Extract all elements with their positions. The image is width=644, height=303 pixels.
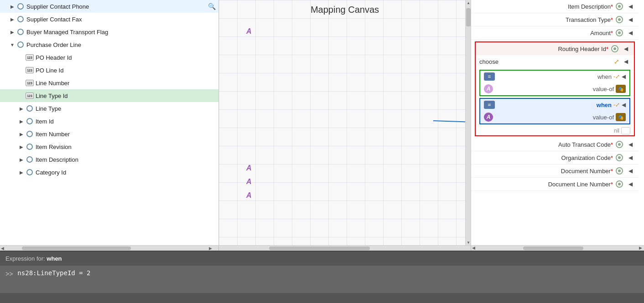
arrow-choose[interactable]: ◀ bbox=[621, 57, 630, 66]
sidebar-item-po-header-id[interactable]: 123 PO Header Id bbox=[0, 51, 218, 64]
right-scroll-right-arrow[interactable]: ▶ bbox=[639, 246, 642, 250]
when-box-blue: = when -⤢ ◀ A value-of 🎭 bbox=[479, 98, 630, 124]
target-icon-auto-transact-code[interactable] bbox=[615, 140, 624, 149]
right-label-transaction-type: Transaction Type* bbox=[566, 16, 613, 23]
canvas-vscroll[interactable]: ▲ ▼ bbox=[465, 0, 471, 245]
target-icon-amount[interactable] bbox=[615, 28, 624, 37]
when-green-row: = when -⤢ ◀ bbox=[480, 71, 629, 82]
sidebar-item-supplier-contact-fax[interactable]: Supplier Contact Fax bbox=[0, 13, 218, 26]
target-icon-item-description[interactable] bbox=[615, 2, 624, 11]
icon-123-line-type-id: 123 bbox=[26, 92, 34, 99]
label-item-revision: Item Revision bbox=[36, 144, 72, 150]
arrow-line-type[interactable] bbox=[18, 105, 25, 112]
arrow-supplier-contact-fax[interactable] bbox=[9, 16, 16, 22]
sidebar-item-po-line-id[interactable]: 123 PO Line Id bbox=[0, 64, 218, 77]
right-panel-hscroll[interactable]: ◀ ▶ bbox=[471, 246, 644, 251]
sidebar-item-item-revision[interactable]: Item Revision bbox=[0, 140, 218, 153]
target-icon-transaction-type[interactable] bbox=[615, 15, 624, 24]
expand-expression-button[interactable]: >> bbox=[5, 270, 13, 277]
right-panel: Item Description* ◀ Transaction Type* ◀ … bbox=[471, 0, 644, 245]
sidebar-item-line-type[interactable]: Line Type bbox=[0, 102, 218, 115]
target-icon-organization-code[interactable] bbox=[615, 153, 624, 162]
sidebar-item-item-description[interactable]: Item Description bbox=[0, 153, 218, 166]
a-marker-4: A bbox=[246, 191, 252, 200]
when-green-expand[interactable]: -⤢ bbox=[613, 73, 620, 80]
label-supplier-contact-phone: Supplier Contact Phone bbox=[26, 3, 89, 10]
arrow-category-id[interactable] bbox=[18, 169, 25, 175]
mask-icon-blue: 🎭 bbox=[616, 113, 626, 121]
right-item-auto-transact-code: Auto Transact Code* ◀ bbox=[471, 138, 639, 151]
right-item-description: Item Description* ◀ bbox=[471, 0, 639, 13]
arrow-item-description[interactable] bbox=[18, 156, 25, 163]
arrow-item-revision[interactable] bbox=[18, 144, 25, 150]
value-of-blue-row: A value-of 🎭 bbox=[480, 111, 629, 123]
value-of-label-blue: value-of bbox=[593, 114, 614, 121]
canvas-title: Mapping Canvas bbox=[219, 0, 471, 20]
when-blue-row: = when -⤢ ◀ bbox=[480, 99, 629, 111]
expression-bar: Expression for: when >> ns28:LineTypeId … bbox=[0, 251, 644, 303]
label-line-type: Line Type bbox=[36, 105, 61, 112]
arrow-buyer-managed-transport[interactable] bbox=[9, 29, 16, 35]
arrow-when-blue[interactable]: ◀ bbox=[622, 102, 626, 108]
canvas-scroll-up[interactable]: ▲ bbox=[466, 1, 471, 5]
sidebar-item-item-id[interactable]: Item Id bbox=[0, 115, 218, 128]
canvas-hscroll[interactable] bbox=[219, 246, 471, 251]
choose-row: choose ⤢ ◀ bbox=[476, 55, 634, 68]
canvas-hscroll-thumb bbox=[269, 247, 370, 250]
label-po-header-id: PO Header Id bbox=[36, 54, 72, 61]
circle-icon-item-revision bbox=[26, 144, 34, 150]
value-of-label-green: value-of bbox=[593, 86, 614, 92]
target-icon-document-number[interactable] bbox=[615, 166, 624, 175]
right-item-document-line-number: Document Line Number* ◀ bbox=[471, 178, 639, 191]
right-scroll-left-arrow[interactable]: ◀ bbox=[472, 246, 475, 250]
label-line-type-id: Line Type Id bbox=[36, 92, 68, 99]
arrow-amount[interactable]: ◀ bbox=[626, 28, 635, 37]
nil-box[interactable] bbox=[621, 127, 630, 134]
mapping-box: Routing Header Id* ◀ choose ⤢ ◀ = when -… bbox=[475, 41, 635, 136]
icon-123-line-number: 123 bbox=[26, 80, 34, 86]
routing-header-label: Routing Header Id* bbox=[558, 46, 608, 52]
arrow-when-green[interactable]: ◀ bbox=[622, 73, 626, 80]
left-panel-hscroll[interactable]: ◀ ▶ bbox=[0, 246, 219, 251]
sidebar-item-buyer-managed-transport[interactable]: Buyer Managed Transport Flag bbox=[0, 26, 218, 38]
value-of-green-row: A value-of 🎭 bbox=[480, 82, 629, 95]
search-icon[interactable]: 🔍 bbox=[208, 3, 216, 10]
sidebar-item-supplier-contact-phone[interactable]: Supplier Contact Phone 🔍 bbox=[0, 0, 218, 13]
arrow-item-number[interactable] bbox=[18, 131, 25, 137]
label-buyer-managed-transport: Buyer Managed Transport Flag bbox=[26, 29, 108, 36]
target-icon-routing-header[interactable] bbox=[610, 44, 619, 53]
arrow-item-description[interactable]: ◀ bbox=[626, 2, 635, 11]
left-scroll-right-arrow[interactable]: ▶ bbox=[209, 246, 212, 251]
choose-expand-icon[interactable]: ⤢ bbox=[614, 58, 619, 65]
horizontal-scroll-bar: ◀ ▶ ◀ ▶ bbox=[0, 245, 644, 251]
circle-icon-purchase-order-line bbox=[16, 41, 25, 48]
expression-text: ns28:LineTypeId = 2 bbox=[17, 269, 90, 277]
when-blue-expand[interactable]: -⤢ bbox=[613, 102, 620, 108]
arrow-transaction-type[interactable]: ◀ bbox=[626, 15, 635, 24]
when-label-blue: when bbox=[597, 102, 612, 108]
a-marker-2: A bbox=[246, 164, 252, 172]
circle-icon-supplier-contact-fax bbox=[16, 16, 25, 22]
sidebar-item-purchase-order-line[interactable]: Purchase Order Line bbox=[0, 38, 218, 51]
sidebar-item-item-number[interactable]: Item Number bbox=[0, 128, 218, 140]
target-icon-document-line-number[interactable] bbox=[615, 180, 624, 189]
arrow-purchase-order-line[interactable] bbox=[9, 41, 16, 48]
right-hscroll-thumb bbox=[523, 247, 584, 250]
sidebar-item-line-type-id[interactable]: 123 Line Type Id bbox=[0, 89, 218, 102]
arrow-supplier-contact-phone[interactable] bbox=[9, 3, 16, 10]
right-label-amount: Amount* bbox=[590, 30, 613, 36]
arrow-organization-code[interactable]: ◀ bbox=[626, 153, 635, 162]
right-item-transaction-type: Transaction Type* ◀ bbox=[471, 13, 639, 26]
sidebar-item-line-number[interactable]: 123 Line Number bbox=[0, 77, 218, 89]
canvas-scroll-down[interactable]: ▼ bbox=[466, 241, 471, 244]
circle-icon-line-type bbox=[26, 105, 34, 112]
arrow-auto-transact-code[interactable]: ◀ bbox=[626, 140, 635, 149]
arrow-routing-header[interactable]: ◀ bbox=[621, 44, 630, 53]
sidebar-item-category-id[interactable]: Category Id bbox=[0, 166, 218, 179]
arrow-item-id[interactable] bbox=[18, 118, 25, 124]
arrow-document-line-number[interactable]: ◀ bbox=[626, 180, 635, 189]
left-scroll-left-arrow[interactable]: ◀ bbox=[1, 246, 4, 251]
arrow-document-number[interactable]: ◀ bbox=[626, 166, 635, 175]
label-category-id: Category Id bbox=[36, 169, 66, 176]
when-label-green: when bbox=[597, 73, 612, 80]
